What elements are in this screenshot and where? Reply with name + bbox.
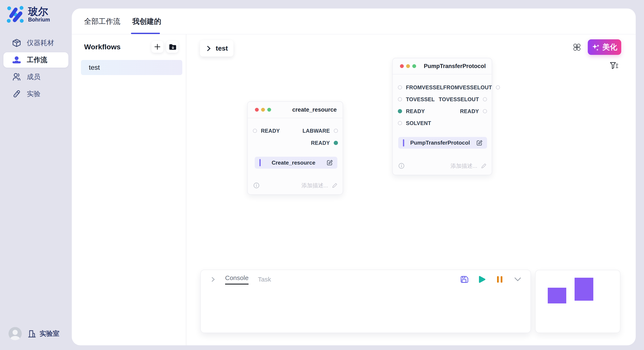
port-label: READY [261, 128, 280, 134]
edit-icon[interactable] [476, 140, 483, 146]
node-action-pill[interactable]: PumpTransferProtocol [398, 137, 487, 149]
output-port-tovesselout[interactable]: TOVESSELOUT [439, 96, 487, 103]
plus-icon [154, 44, 160, 50]
node-header: PumpTransferProtocol [393, 58, 492, 74]
input-port-tovessel[interactable]: TOVESSEL [398, 96, 435, 103]
dot-green [412, 64, 416, 68]
node-title: create_resource [292, 107, 337, 113]
pill-label: PumpTransferProtocol [404, 140, 476, 146]
port-row: SOLVENT [398, 119, 487, 127]
brand-logo[interactable]: 玻尔 Bohrium [6, 5, 50, 24]
pause-icon [496, 275, 504, 284]
port-row: READY READY [398, 107, 487, 116]
port-circle[interactable] [483, 109, 487, 113]
bohrium-logo-icon [6, 5, 25, 24]
filter-icon[interactable] [610, 61, 618, 70]
port-label: FROMVESSEL [406, 84, 443, 91]
members-icon [12, 72, 21, 82]
dot-red [400, 64, 404, 68]
clover-apps-icon[interactable] [573, 43, 581, 51]
port-label: TOVESSEL [406, 96, 435, 103]
port-label: READY [406, 108, 425, 114]
task-tab[interactable]: Task [258, 276, 271, 283]
workflow-list-panel: Workflows test [72, 34, 186, 345]
traffic-dots [400, 64, 424, 68]
pause-button[interactable] [496, 275, 504, 284]
pencil-icon[interactable] [332, 182, 338, 189]
port-circle[interactable] [496, 85, 500, 90]
input-port-ready[interactable]: READY [253, 128, 280, 134]
console-tab[interactable]: Console [225, 274, 248, 285]
canvas-breadcrumb[interactable]: test [200, 40, 234, 57]
sparkles-icon [592, 43, 600, 51]
input-port-solvent[interactable]: SOLVENT [398, 120, 431, 126]
port-circle[interactable] [253, 129, 257, 133]
minimap-node-pump-transfer [574, 278, 593, 301]
workflow-icon [12, 55, 21, 65]
workflow-list-item-test[interactable]: test [81, 60, 182, 75]
edit-icon[interactable] [326, 159, 333, 166]
port-circle[interactable] [398, 85, 402, 90]
chevron-down-icon [514, 277, 522, 282]
flow-node-create-resource[interactable]: create_resource READY LABWARE READY [247, 101, 343, 195]
tab-all-workflows[interactable]: 全部工作流 [84, 8, 120, 34]
user-avatar[interactable] [8, 327, 22, 340]
pill-label: Create_resource [261, 160, 326, 166]
description-placeholder[interactable]: 添加描述... [450, 162, 477, 170]
beautify-label: 美化 [602, 42, 618, 52]
main-content: 全部工作流 我创建的 Workflows test [72, 8, 636, 345]
port-circle[interactable] [483, 97, 487, 101]
output-port-labware[interactable]: LABWARE [302, 128, 338, 134]
port-circle-connected[interactable] [334, 141, 338, 145]
info-icon[interactable] [398, 163, 405, 169]
node-footer: 添加描述... [398, 162, 487, 170]
port-row: READY [253, 139, 338, 147]
port-circle[interactable] [398, 97, 402, 101]
output-port-fromvesselout[interactable]: FROMVESSELOUT [443, 84, 500, 91]
output-port-ready[interactable]: READY [460, 108, 487, 114]
run-button[interactable] [478, 275, 486, 284]
experiment-icon [12, 89, 21, 99]
flow-canvas[interactable]: test 美化 [187, 34, 636, 345]
dot-yellow [261, 108, 265, 112]
sidebar-item-experiments[interactable]: 实验 [4, 86, 68, 102]
lab-switcher[interactable]: 实验室 [27, 329, 60, 338]
pencil-icon[interactable] [481, 163, 487, 169]
port-label: FROMVESSELOUT [443, 84, 492, 91]
info-icon[interactable] [253, 182, 260, 189]
brand-name-zh: 玻尔 [28, 6, 50, 16]
port-label: READY [311, 140, 330, 146]
input-port-ready[interactable]: READY [398, 108, 425, 114]
beautify-button[interactable]: 美化 [588, 39, 621, 55]
save-button[interactable] [460, 275, 468, 284]
sidebar-item-instruments[interactable]: 仪器耗材 [4, 35, 68, 51]
import-workflow-button[interactable] [166, 41, 178, 53]
add-workflow-button[interactable] [152, 41, 163, 53]
save-icon [460, 275, 468, 284]
lab-label: 实验室 [40, 329, 60, 338]
sidebar-item-workflows[interactable]: 工作流 [4, 52, 68, 68]
package-icon [12, 38, 21, 48]
sidebar: 玻尔 Bohrium 仪器耗材 工作流 [0, 0, 72, 350]
workflows-title: Workflows [84, 43, 148, 51]
output-port-ready[interactable]: READY [311, 140, 338, 146]
brand-name-en: Bohrium [28, 16, 50, 23]
port-circle[interactable] [334, 129, 338, 133]
sidebar-item-members[interactable]: 成员 [4, 69, 68, 85]
description-placeholder[interactable]: 添加描述... [301, 182, 328, 189]
minimap[interactable] [535, 270, 620, 333]
port-circle-connected[interactable] [398, 109, 402, 113]
node-action-pill[interactable]: Create_resource [255, 157, 337, 169]
flow-node-pump-transfer-protocol[interactable]: PumpTransferProtocol FROMVESSEL FROMVESS… [392, 58, 492, 175]
tab-my-created[interactable]: 我创建的 [132, 8, 161, 34]
expand-chevron-icon[interactable] [210, 276, 216, 283]
port-label: SOLVENT [406, 120, 431, 126]
node-footer: 添加描述... [253, 181, 338, 190]
port-circle[interactable] [398, 121, 402, 125]
input-port-fromvessel[interactable]: FROMVESSEL [398, 84, 443, 91]
collapse-panel-button[interactable] [514, 275, 522, 284]
port-row: TOVESSEL TOVESSELOUT [398, 95, 487, 104]
sidebar-item-label: 实验 [27, 89, 40, 99]
top-tabbar: 全部工作流 我创建的 [72, 8, 636, 34]
dot-green [267, 108, 271, 112]
